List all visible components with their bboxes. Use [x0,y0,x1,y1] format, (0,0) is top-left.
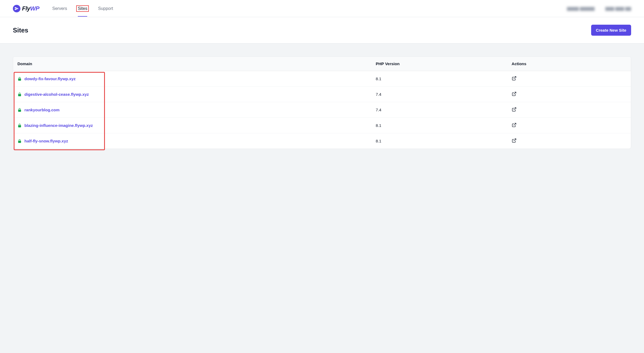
nav-support[interactable]: Support [98,1,113,16]
external-link-icon[interactable] [512,138,517,143]
php-version: 7.4 [376,92,381,97]
table-row: half-fly-snow.flywp.xyz8.1 [13,133,631,149]
lock-icon [17,139,22,143]
col-header-actions: Actions [507,57,631,71]
nav-servers[interactable]: Servers [52,1,67,16]
brand-text: FlyWP [22,5,39,12]
user-menu-blurred[interactable]: ▇▇▇ ▇▇▇ ▇▇ [605,6,631,11]
top-nav: FlyWP Servers Sites Support ▇▇▇▇ ▇▇▇▇▇ ▇… [0,0,644,17]
domain-link[interactable]: dowdy-fix-favour.flywp.xyz [24,76,76,81]
content-area: Domain PHP Version Actions dowdy-fix-fav… [0,43,644,353]
external-link-icon[interactable] [512,91,517,96]
create-new-site-button[interactable]: Create New Site [591,25,631,36]
external-link-icon[interactable] [512,76,517,81]
table-row: rankyourblog.com7.4 [13,102,631,118]
php-version: 8.1 [376,139,381,143]
external-link-icon[interactable] [512,123,517,127]
brand-logo-block[interactable]: FlyWP [13,5,39,12]
lock-icon [17,123,22,128]
col-header-php: PHP Version [371,57,507,71]
page-header: Sites Create New Site [0,17,644,43]
php-version: 8.1 [376,123,381,128]
paper-plane-icon [13,5,20,12]
svg-line-3 [514,123,516,125]
table-row: dowdy-fix-favour.flywp.xyz8.1 [13,71,631,87]
svg-line-0 [514,76,516,79]
topnav-right: ▇▇▇▇ ▇▇▇▇▇ ▇▇▇ ▇▇▇ ▇▇ [567,6,631,11]
lock-icon [17,92,22,97]
lock-icon [17,77,22,81]
php-version: 7.4 [376,108,381,112]
domain-link[interactable]: blazing-influence-imagine.flywp.xyz [24,123,93,128]
svg-line-2 [514,108,516,110]
sites-table: Domain PHP Version Actions dowdy-fix-fav… [13,57,631,149]
table-row: blazing-influence-imagine.flywp.xyz8.1 [13,118,631,133]
sites-table-card: Domain PHP Version Actions dowdy-fix-fav… [13,56,631,149]
lock-icon [17,108,22,112]
page-title: Sites [13,27,28,34]
svg-line-1 [514,92,516,94]
nav-links: Servers Sites Support [52,1,113,16]
domain-link[interactable]: rankyourblog.com [24,108,60,112]
team-switcher-blurred[interactable]: ▇▇▇▇ ▇▇▇▇▇ [567,6,595,11]
col-header-domain: Domain [13,57,371,71]
nav-sites[interactable]: Sites [78,1,87,16]
nav-sites-label: Sites [78,6,87,11]
table-row: digestive-alcohol-cease.flywp.xyz7.4 [13,87,631,102]
php-version: 8.1 [376,76,381,81]
svg-line-4 [514,139,516,141]
external-link-icon[interactable] [512,107,517,112]
domain-link[interactable]: digestive-alcohol-cease.flywp.xyz [24,92,89,97]
domain-link[interactable]: half-fly-snow.flywp.xyz [24,139,68,143]
